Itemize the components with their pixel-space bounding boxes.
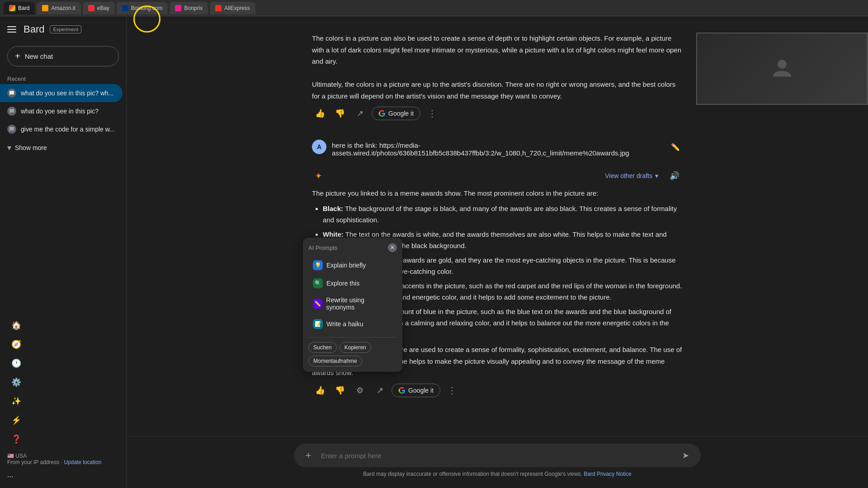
location-text: From your IP address · Update location [7,459,119,465]
response-paragraph-1: The colors in a picture can also be used… [312,33,683,67]
sidebar: Bard Experiment + New chat Recent what d… [0,16,127,488]
adjust-button[interactable]: ⚙ [352,382,368,399]
google-it-button-2[interactable]: Google it [392,384,440,397]
show-more-button[interactable]: ▾ Show more [0,138,126,157]
view-drafts-button[interactable]: View other drafts ▾ [600,169,663,182]
chat-icon-3 [7,125,16,134]
prompt-input[interactable] [321,450,672,461]
thumbs-down-button-1[interactable]: 👎 [332,105,348,122]
tab-bonprix-label: Bonprix [184,5,203,11]
response-block-1: The colors in a picture can also be used… [312,25,683,132]
thumbs-up-button-2[interactable]: 👍 [312,382,328,399]
tab-booking[interactable]: Booking.com [117,2,168,14]
more-options-button-1[interactable]: ⋮ [424,105,440,122]
close-prompts-button[interactable]: ✕ [388,243,397,252]
bard-star-icon: ✦ [312,169,325,182]
send-button[interactable]: ➤ [677,447,693,464]
chat-item-text-3: give me the code for a simple w... [21,126,115,133]
list-item-black: Black: The background of the stage is bl… [323,203,683,226]
tab-amazon-label: Amazon.it [51,5,75,11]
bonprix-favicon [175,5,181,11]
explore-icon: 🔍 [313,278,323,288]
input-container: + ➤ [294,444,701,467]
app-layout: Bard Experiment + New chat Recent what d… [0,16,868,488]
user-message: A here is the link: https://media-assets… [312,132,683,164]
sidebar-bolt-icon[interactable]: ⚡ [7,411,25,429]
rewrite-icon: ✏️ [313,299,322,309]
booking-favicon [122,5,128,11]
input-area: + ➤ Bard may display inaccurate or offen… [127,436,868,488]
rewrite-label: Rewrite using synonyms [326,296,392,311]
ai-prompts-popup: AI Prompts ✕ 💡 Explain briefly 🔍 Explore… [303,238,402,372]
tab-ebay-label: eBay [97,5,109,11]
new-chat-button[interactable]: + New chat [7,46,119,66]
view-drafts-label: View other drafts [605,172,652,179]
sidebar-explore-icon[interactable]: 🧭 [7,335,25,353]
tab-amazon[interactable]: Amazon.it [37,2,80,14]
privacy-notice-link[interactable]: Bard Privacy Notice [584,471,631,477]
haiku-icon: 📝 [313,319,323,329]
share-button-2[interactable]: ↗ [372,382,388,399]
amazon-favicon [42,5,48,11]
tab-bonprix[interactable]: Bonprix [170,2,208,14]
sidebar-settings-icon[interactable]: ⚙️ [7,373,25,391]
tab-bard[interactable]: Bard [4,2,35,14]
chat-item-text-2: what do yoe see in this pic? [21,108,99,115]
webcam-overlay [696,33,868,105]
add-button[interactable]: + [301,448,316,463]
tab-ebay[interactable]: eBay [83,2,115,14]
bard-favicon [9,5,15,11]
google-it-button-1[interactable]: Google it [372,107,420,120]
sidebar-history-icon[interactable]: 🕐 [7,354,25,372]
edit-message-button[interactable]: ✏️ [668,140,683,154]
chat-icon-2 [7,107,16,116]
share-button-1[interactable]: ↗ [352,105,368,122]
chat-item-3[interactable]: give me the code for a simple w... [0,120,123,138]
menu-icon[interactable] [7,24,18,35]
prompt-option-explore[interactable]: 🔍 Explore this [308,275,397,292]
more-options-button-2[interactable]: ⋮ [444,382,460,399]
sidebar-home-icon[interactable]: 🏠 [7,316,25,334]
sound-button[interactable]: 🔊 [666,168,683,184]
sidebar-question-icon[interactable]: ❓ [7,430,25,448]
plus-icon: + [15,51,20,61]
popup-bottom-buttons: Suchen Kopieren Momentaufnahme [308,337,397,366]
ai-prompts-header: AI Prompts ✕ [308,243,397,252]
suchen-button[interactable]: Suchen [308,342,337,353]
google-it-label-2: Google it [408,387,434,394]
disclaimer: Bard may display inaccurate or offensive… [294,467,701,481]
response-paragraph-2: Ultimately, the colors in a picture are … [312,79,683,102]
tab-aliexpress-label: AliExpress [224,5,250,11]
haiku-label: Write a haiku [326,320,363,328]
tab-booking-label: Booking.com [131,5,162,11]
sidebar-star-icon[interactable]: ✨ [7,392,25,410]
chat-item-2[interactable]: what do yoe see in this pic? [0,102,123,120]
webcam-placeholder [697,33,867,104]
tab-aliexpress[interactable]: AliExpress [210,2,255,14]
browser-chrome: Bard Amazon.it eBay Booking.com Bonprix … [0,0,868,16]
dot-menu[interactable]: ··· [0,469,126,484]
prompt-option-rewrite[interactable]: ✏️ Rewrite using synonyms [308,293,397,314]
action-bar-2: 👍 👎 ⚙ ↗ Google it [312,379,683,402]
experiment-badge: Experiment [50,25,81,33]
aliexpress-favicon [215,5,222,11]
response-text-1: The colors in a picture can also be used… [312,33,683,102]
prompt-option-haiku[interactable]: 📝 Write a haiku [308,315,397,333]
disclaimer-text: Bard may display inaccurate or offensive… [363,471,582,477]
sidebar-bottom: 🏠 🧭 🕐 ⚙️ ✨ ⚡ ❓ 🇺🇸 USA From your IP addre… [0,315,126,484]
explore-label: Explore this [326,280,359,287]
chat-item-1[interactable]: what do you see in this pic? wh... [0,84,123,102]
ai-prompts-title: AI Prompts [308,244,337,251]
tab-bard-label: Bard [18,5,29,11]
thumbs-down-button-2[interactable]: 👎 [332,382,348,399]
list-item-black-text: The background of the stage is black, an… [323,205,677,224]
momentaufnahme-button[interactable]: Momentaufnahme [308,356,362,366]
prompt-option-explain[interactable]: 💡 Explain briefly [308,257,397,274]
explain-label: Explain briefly [326,262,366,269]
thumbs-up-button-1[interactable]: 👍 [312,105,328,122]
update-location-link[interactable]: Update location [64,459,101,465]
kopieren-button[interactable]: Kopieren [340,342,371,353]
chevron-down-icon: ▾ [655,172,658,179]
svg-point-0 [778,60,787,69]
user-message-text: here is the link: https://media-assets.w… [332,140,663,157]
